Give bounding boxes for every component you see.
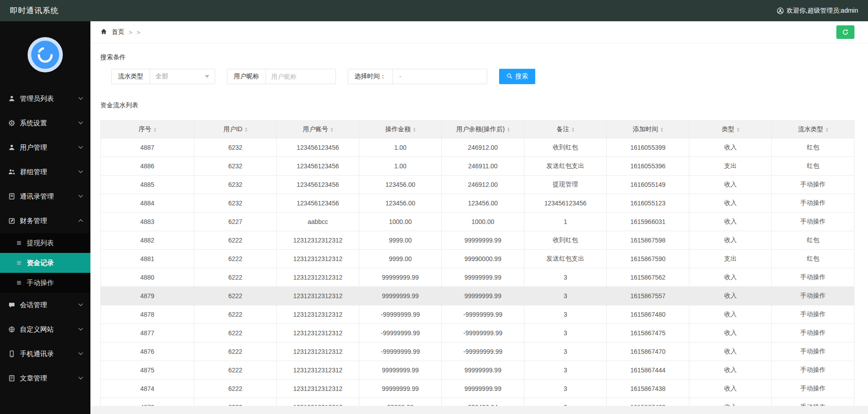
table-cell: 1616055399	[607, 138, 689, 157]
sidebar-item-phone-contacts[interactable]: 手机通讯录	[0, 342, 90, 366]
table-row[interactable]: 4876622212312312312312-99999999.99-99999…	[101, 343, 854, 361]
table-row[interactable]: 488762321234561234561.00246912.00收到红包161…	[101, 138, 854, 157]
table-row[interactable]: 488662321234561234561.00246911.00发送红包支出1…	[101, 157, 854, 176]
sidebar-item-system-settings[interactable]: 系统设置	[0, 111, 90, 135]
sidebar-item-article-management[interactable]: 文章管理	[0, 366, 90, 390]
table-cell: 99999999.99	[442, 231, 524, 250]
sidebar-item-user-management[interactable]: 用户管理	[0, 135, 90, 160]
table-cell: 收入	[689, 361, 772, 380]
column-label: 添加时间	[633, 125, 658, 133]
table-cell: 收入	[689, 194, 772, 213]
sidebar-subitem[interactable]: 资金记录	[0, 253, 90, 273]
table-cell: 收入	[689, 324, 772, 343]
table-row[interactable]: 48826222123123123123129999.0099999999.99…	[101, 231, 854, 250]
table-cell: 99999999.99	[442, 380, 524, 398]
search-button[interactable]: 搜索	[499, 69, 535, 84]
table-row[interactable]: 48816222123123123123129999.0099990000.99…	[101, 250, 854, 268]
sidebar-subitem-label: 提现列表	[27, 239, 54, 247]
table-row[interactable]: 48836227aabbcc1000.001000.0011615966031收…	[101, 213, 854, 231]
search-form: 流水类型 全部 用户昵称 选择时间： - 搜索	[111, 69, 854, 84]
column-header[interactable]: 添加时间▴▾	[607, 121, 689, 138]
refresh-button[interactable]	[836, 25, 854, 39]
sidebar-item-label: 通讯录管理	[20, 192, 54, 201]
table-cell: 支出	[689, 250, 772, 268]
sidebar-item-label: 手机通讯录	[20, 350, 54, 358]
table-cell: 1615867598	[607, 231, 689, 250]
sort-icon[interactable]: ▴▾	[661, 127, 663, 132]
nickname-label: 用户昵称	[227, 69, 266, 84]
sort-icon[interactable]: ▴▾	[572, 127, 574, 132]
table-cell: 246911.00	[442, 157, 524, 176]
table-row[interactable]: 48846232123456123456123456.00123456.0012…	[101, 194, 854, 213]
article-icon	[8, 375, 15, 382]
table-cell: 4881	[101, 250, 194, 268]
column-header[interactable]: 操作金额▴▾	[359, 121, 442, 138]
table-cell: 收入	[689, 176, 772, 194]
column-header[interactable]: 流水类型▴▾	[772, 121, 854, 138]
flow-type-select[interactable]: 全部	[150, 69, 215, 84]
nickname-input[interactable]	[266, 69, 335, 84]
time-range-input[interactable]: -	[393, 69, 487, 84]
sidebar-item-admin-list[interactable]: 管理员列表	[0, 86, 90, 111]
table-row[interactable]: 487462221231231231231299999999.999999999…	[101, 380, 854, 398]
sort-icon[interactable]: ▴▾	[245, 127, 247, 132]
table-cell: 1615867557	[607, 287, 689, 305]
table-cell: 99999999.99	[442, 287, 524, 305]
sidebar-item-group-management[interactable]: 群组管理	[0, 160, 90, 184]
table-cell: 9999.00	[359, 231, 442, 250]
sort-icon[interactable]: ▴▾	[331, 127, 333, 132]
table-cell: 246912.00	[442, 138, 524, 157]
column-header[interactable]: 类型▴▾	[689, 121, 772, 138]
table-cell: 6232	[194, 176, 277, 194]
column-label: 流水类型	[798, 125, 823, 133]
table-row[interactable]: 48856232123456123456123456.00246912.00提现…	[101, 176, 854, 194]
column-header[interactable]: 用户余额(操作后)▴▾	[442, 121, 524, 138]
column-header[interactable]: 序号▴▾	[101, 121, 194, 138]
bottom-strip	[90, 406, 868, 414]
table-cell: 1000.00	[359, 213, 442, 231]
sort-icon[interactable]: ▴▾	[507, 127, 509, 132]
column-header[interactable]: 用户ID▴▾	[194, 121, 277, 138]
site-icon	[8, 326, 15, 333]
table-cell: 12312312312312	[277, 250, 359, 268]
sidebar-subitem[interactable]: 提现列表	[0, 233, 90, 253]
table-row[interactable]: 487962221231231231231299999999.999999999…	[101, 287, 854, 305]
sidebar-item-session-management[interactable]: 会话管理	[0, 293, 90, 317]
table-cell: 1616055396	[607, 157, 689, 176]
sort-icon[interactable]: ▴▾	[413, 127, 415, 132]
sort-icon[interactable]: ▴▾	[826, 127, 828, 132]
column-header[interactable]: 备注▴▾	[524, 121, 607, 138]
table-cell: 收入	[689, 305, 772, 324]
table-cell: 1615867590	[607, 250, 689, 268]
sort-icon[interactable]: ▴▾	[154, 127, 156, 132]
table-cell: 1.00	[359, 157, 442, 176]
sidebar-item-label: 文章管理	[20, 374, 47, 383]
table-row[interactable]: 4877622212312312312312-99999999.99-99999…	[101, 324, 854, 343]
sidebar-subitem[interactable]: 手动操作	[0, 273, 90, 293]
table-cell: 12312312312312	[277, 380, 359, 398]
sidebar-item-finance-management[interactable]: 财务管理	[0, 209, 90, 233]
table-cell: 1615966031	[607, 213, 689, 231]
welcome-area[interactable]: 欢迎你,超级管理员:admin	[777, 7, 858, 15]
table-row[interactable]: 488062221231231231231299999999.999999999…	[101, 268, 854, 287]
sidebar-item-contacts-management[interactable]: 通讯录管理	[0, 184, 90, 209]
search-icon	[506, 73, 513, 81]
sidebar-item-custom-website[interactable]: 自定义网站	[0, 317, 90, 342]
search-section-title: 搜索条件	[100, 53, 854, 62]
table-cell: 12312312312312	[277, 343, 359, 361]
table-cell: 4884	[101, 194, 194, 213]
table-row[interactable]: 4878622212312312312312-99999999.99-99999…	[101, 305, 854, 324]
chevron-down-icon	[79, 95, 83, 100]
column-label: 用户账号	[303, 125, 328, 133]
sort-icon[interactable]: ▴▾	[737, 127, 739, 132]
table-cell: 4883	[101, 213, 194, 231]
table-row[interactable]: 487562221231231231231299999999.999999999…	[101, 361, 854, 380]
column-header[interactable]: 用户账号▴▾	[277, 121, 359, 138]
list-icon	[15, 259, 23, 266]
user-icon	[8, 144, 15, 151]
table-cell: 12312312312312	[277, 324, 359, 343]
table-cell: 4879	[101, 287, 194, 305]
table-cell: 12312312312312	[277, 287, 359, 305]
table-cell: 红包	[772, 138, 854, 157]
breadcrumb-home[interactable]: 首页	[112, 28, 124, 36]
